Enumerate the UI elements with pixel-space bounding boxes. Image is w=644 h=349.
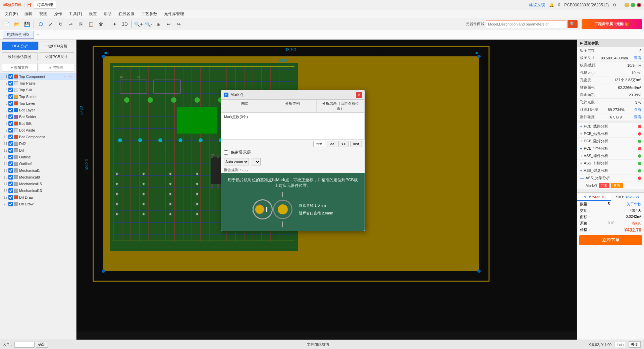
analysis-expand-icon[interactable]: + <box>580 139 583 144</box>
menu-view[interactable]: 视图 <box>36 10 51 17</box>
layer-checkbox[interactable] <box>8 114 13 119</box>
analysis-expand-icon[interactable]: + <box>580 153 583 158</box>
priority-select[interactable]: !! <box>251 158 261 165</box>
layer-row[interactable]: 18 Mechanical13 <box>0 187 76 194</box>
analysis-expand-icon[interactable]: + <box>580 131 583 136</box>
layer-checkbox[interactable] <box>8 128 13 133</box>
menu-file[interactable]: 文件(F) <box>1 10 21 17</box>
layer-checkbox[interactable] <box>8 141 13 146</box>
auto-zoom-select[interactable]: Auto zoom <box>224 158 249 165</box>
layer-row[interactable]: 15 Mechanical1 <box>0 167 76 174</box>
layer-checkbox[interactable] <box>8 108 13 112</box>
layer-row[interactable]: 14 Outline1 <box>0 160 76 167</box>
menu-edit[interactable]: 编辑 <box>21 10 36 17</box>
add-file-button[interactable]: + 添加文件 <box>2 63 38 72</box>
analysis-row[interactable]: + PCB_字符分析 <box>577 145 644 152</box>
layer-checkbox[interactable] <box>8 202 13 206</box>
menu-process-params[interactable]: 工艺参数 <box>138 10 161 17</box>
tb-mirror[interactable]: ⇌ <box>66 19 75 29</box>
layer-row[interactable]: 5 Top Layer <box>0 100 76 107</box>
analysis-expand-icon[interactable]: + <box>580 146 583 151</box>
layer-row[interactable]: 17 Mechanical15 <box>0 181 76 187</box>
analysis-expand-icon[interactable]: — <box>580 176 584 181</box>
nav-next-button[interactable]: >> <box>338 141 349 147</box>
param-link[interactable]: 查看 <box>634 55 641 60</box>
canvas-area[interactable]: ——————————— 93.50 ——————————— 58.20 M Ma… <box>76 40 577 340</box>
layer-checkbox[interactable] <box>8 148 13 153</box>
layer-checkbox[interactable] <box>8 74 13 79</box>
layer-checkbox[interactable] <box>8 188 13 193</box>
analysis-row[interactable]: — ASS_光学分析 <box>577 174 644 182</box>
layer-row[interactable]: 12 Drl <box>0 147 76 154</box>
layer-row[interactable]: 16 Mechanical8 <box>0 174 76 181</box>
analysis-row[interactable]: + ASS_焊盘分析 <box>577 167 644 174</box>
tb-delete[interactable]: 🗑 <box>96 19 106 29</box>
param-link[interactable]: 查看 <box>634 114 641 119</box>
menu-online-service[interactable]: 在线客服 <box>115 10 138 17</box>
promo-banner[interactable]: 工程师专属 1元购 🎁 <box>582 19 642 29</box>
layer-row[interactable]: 1 Top Component ········· <box>0 73 76 80</box>
analysis-expand-icon[interactable]: + <box>580 161 583 166</box>
calc-pcb-button[interactable]: 计算PCB尺寸 <box>39 52 74 61</box>
modal-close-button[interactable]: ✕ <box>356 92 362 98</box>
menu-component-library[interactable]: 元件库管理 <box>161 10 187 17</box>
unit-button[interactable]: Inch <box>614 342 626 347</box>
layer-checkbox[interactable] <box>8 88 13 92</box>
dfm-analysis-button[interactable]: 一键DFM分析 <box>38 42 74 50</box>
layer-checkbox[interactable] <box>8 195 13 200</box>
param-link[interactable]: 查看 <box>634 107 641 112</box>
search-input[interactable] <box>486 20 566 28</box>
x-input[interactable] <box>14 342 35 348</box>
tb-zoom-in[interactable]: 🔍+ <box>134 19 143 29</box>
layer-manager-button[interactable]: ≡ 层管理 <box>39 63 74 72</box>
layer-row[interactable]: 4 Top Solder <box>0 93 76 100</box>
layer-row[interactable]: 7 Bot Solder <box>0 113 76 120</box>
layer-checkbox[interactable] <box>8 81 13 86</box>
search-button[interactable]: 🔍 <box>568 20 578 28</box>
menu-help[interactable]: 帮助 <box>100 10 115 17</box>
layer-checkbox[interactable] <box>8 175 13 180</box>
analysis-row[interactable]: + ASS_器件分析 <box>577 152 644 160</box>
layer-row[interactable]: 20 Drl Draw <box>0 201 76 207</box>
mark-collapse-icon[interactable]: — <box>580 183 584 188</box>
tb-save[interactable]: 💾 <box>22 19 32 29</box>
close-status-button[interactable]: 关闭 <box>629 341 641 348</box>
tb-select[interactable]: ⬡ <box>36 19 45 29</box>
tb-new[interactable]: 📄 <box>2 19 11 29</box>
layer-checkbox[interactable] <box>8 155 13 159</box>
analysis-expand-icon[interactable]: + <box>580 168 583 173</box>
layer-checkbox[interactable] <box>8 182 13 186</box>
tb-paste[interactable]: 📋 <box>86 19 96 29</box>
layer-row[interactable]: 11 Drl2 <box>0 140 76 147</box>
layer-row[interactable]: 6 Bot Layer <box>0 107 76 113</box>
confirm-button[interactable]: 确定 <box>36 342 48 348</box>
settings-icon[interactable]: ⚙ <box>613 3 616 7</box>
order-button[interactable]: 立即下单 <box>579 235 642 245</box>
analysis-row[interactable]: + PCB_阻焊分析 <box>577 138 644 145</box>
mark-view-button[interactable]: 查看 <box>611 183 623 188</box>
preserve-layer-checkbox[interactable] <box>224 150 228 155</box>
smt-price-tab[interactable]: SMT: ¥826.68 <box>611 194 644 201</box>
analysis-row[interactable]: + ASS_引脚分析 <box>577 160 644 167</box>
layer-row[interactable]: 10 Bot Component <box>0 134 76 140</box>
analysis-expand-icon[interactable]: + <box>580 124 583 129</box>
tb-rotate[interactable]: ↻ <box>56 19 65 29</box>
layer-checkbox[interactable] <box>8 135 13 139</box>
analysis-row[interactable]: + PCB_钻孔分析 <box>577 130 644 138</box>
layer-checkbox[interactable] <box>8 168 13 173</box>
layer-row[interactable]: 8 Bot Silk <box>0 120 76 127</box>
menu-tools[interactable]: 工具(T) <box>65 10 85 17</box>
layer-row[interactable]: 13 Outline <box>0 154 76 160</box>
dfa-analysis-button[interactable]: DFA 分析 <box>2 42 38 50</box>
menu-settings[interactable]: 设置 <box>86 10 100 17</box>
tb-open[interactable]: 📂 <box>12 19 21 29</box>
tab-add-button[interactable]: + <box>35 32 41 38</box>
feedback-label[interactable]: 建议反馈 <box>529 2 545 8</box>
layer-row[interactable]: 3 Top Silk <box>0 87 76 93</box>
about-link[interactable]: 关于华秋 <box>627 202 641 207</box>
tb-3d[interactable]: 3D <box>120 19 129 29</box>
tb-redo[interactable]: ↪ <box>174 19 183 29</box>
tb-move[interactable]: ⤢ <box>46 19 55 29</box>
tb-highlight[interactable]: ✦ <box>110 19 119 29</box>
nav-last-button[interactable]: last <box>350 141 362 147</box>
